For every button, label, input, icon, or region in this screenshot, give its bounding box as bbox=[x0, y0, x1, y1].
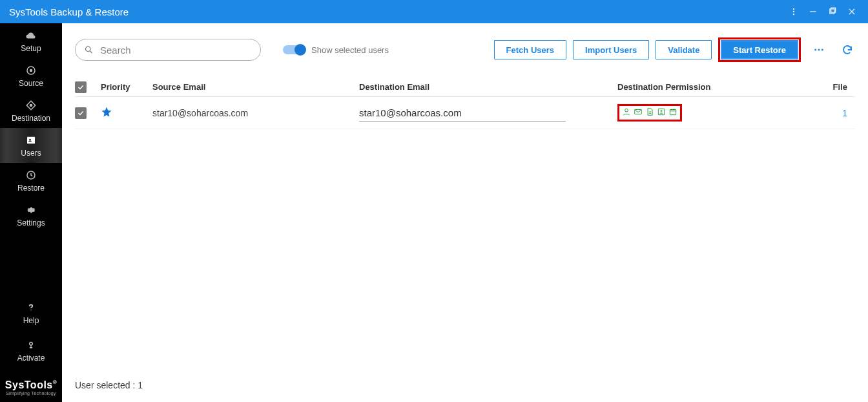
sidebar-item-users[interactable]: Users bbox=[0, 128, 62, 163]
app-title: SysTools Backup & Restore bbox=[9, 6, 129, 17]
header-permission: Destination Permission bbox=[617, 82, 779, 92]
cloud-icon bbox=[25, 30, 37, 41]
start-restore-highlight: Start Restore bbox=[718, 37, 801, 62]
maximize-icon[interactable] bbox=[823, 0, 842, 23]
svg-rect-11 bbox=[27, 137, 35, 144]
card-icon bbox=[25, 134, 37, 146]
sidebar-item-label: Users bbox=[21, 149, 41, 158]
svg-point-2 bbox=[793, 14, 794, 15]
brand-logo: SysTools® Simplifying Technology bbox=[5, 379, 57, 396]
select-all-checkbox[interactable] bbox=[75, 81, 87, 93]
svg-point-19 bbox=[814, 49, 816, 51]
svg-point-0 bbox=[793, 8, 794, 10]
destination-email-input[interactable] bbox=[359, 105, 566, 122]
svg-point-15 bbox=[30, 310, 32, 311]
svg-rect-4 bbox=[830, 9, 834, 14]
gear-icon bbox=[25, 204, 37, 216]
permission-calendar-icon bbox=[668, 107, 677, 118]
svg-rect-13 bbox=[28, 142, 32, 143]
key-icon bbox=[25, 339, 37, 351]
diamond-icon bbox=[25, 100, 37, 111]
fetch-users-button[interactable]: Fetch Users bbox=[494, 40, 566, 59]
svg-point-21 bbox=[822, 49, 823, 51]
svg-point-16 bbox=[30, 343, 33, 346]
header-destination: Destination Email bbox=[359, 82, 617, 92]
target-icon bbox=[25, 65, 37, 76]
sidebar-item-label: Settings bbox=[17, 218, 45, 227]
table-row: star10@soharcoas.com bbox=[75, 97, 855, 129]
search-field-wrap bbox=[75, 39, 261, 61]
show-selected-toggle[interactable] bbox=[283, 45, 305, 54]
sidebar-item-label: Source bbox=[19, 79, 43, 88]
permission-id-icon bbox=[657, 107, 666, 118]
permission-document-icon bbox=[645, 107, 654, 118]
titlebar-menu-icon[interactable] bbox=[784, 0, 803, 23]
status-text: User selected : 1 bbox=[75, 380, 143, 390]
svg-point-9 bbox=[30, 70, 32, 72]
sidebar-item-label: Restore bbox=[17, 184, 45, 193]
close-icon[interactable] bbox=[842, 0, 862, 23]
svg-point-25 bbox=[661, 111, 662, 112]
clock-icon bbox=[25, 169, 37, 181]
sidebar-item-activate[interactable]: Activate bbox=[0, 339, 62, 368]
svg-point-17 bbox=[86, 47, 91, 52]
start-restore-button[interactable]: Start Restore bbox=[721, 40, 798, 59]
sidebar-item-label: Destination bbox=[12, 114, 50, 123]
svg-point-1 bbox=[793, 11, 794, 12]
permission-highlight bbox=[617, 104, 682, 122]
sidebar-item-restore[interactable]: Restore bbox=[0, 163, 62, 198]
validate-button[interactable]: Validate bbox=[656, 40, 712, 59]
users-table: Priority Source Email Destination Email … bbox=[62, 78, 868, 129]
svg-point-10 bbox=[30, 105, 32, 107]
sidebar-item-destination[interactable]: Destination bbox=[0, 93, 62, 128]
sidebar: Setup Source Destination Users Restore bbox=[0, 23, 62, 402]
minimize-icon[interactable] bbox=[803, 0, 823, 23]
svg-point-12 bbox=[29, 139, 31, 141]
help-icon bbox=[25, 302, 37, 313]
sidebar-item-help[interactable]: Help bbox=[0, 295, 62, 330]
import-users-button[interactable]: Import Users bbox=[573, 40, 649, 59]
svg-point-20 bbox=[818, 49, 820, 51]
permission-mail-icon bbox=[634, 107, 643, 118]
table-header: Priority Source Email Destination Email … bbox=[75, 78, 855, 97]
titlebar: SysTools Backup & Restore bbox=[0, 0, 868, 23]
row-checkbox[interactable] bbox=[75, 107, 87, 119]
toolbar: Show selected users Fetch Users Import U… bbox=[62, 23, 868, 62]
main-panel: Show selected users Fetch Users Import U… bbox=[62, 23, 868, 402]
svg-line-18 bbox=[90, 51, 92, 53]
priority-star-icon[interactable] bbox=[101, 109, 112, 120]
svg-point-22 bbox=[625, 109, 628, 112]
svg-rect-5 bbox=[831, 8, 836, 12]
svg-rect-23 bbox=[635, 110, 642, 114]
sidebar-item-setup[interactable]: Setup bbox=[0, 23, 62, 58]
search-icon bbox=[84, 45, 94, 55]
refresh-icon[interactable] bbox=[840, 44, 855, 56]
sidebar-item-label: Activate bbox=[17, 354, 45, 363]
svg-rect-3 bbox=[810, 11, 816, 12]
sidebar-item-label: Setup bbox=[21, 44, 41, 53]
header-file: File bbox=[779, 82, 855, 92]
search-input[interactable] bbox=[75, 39, 261, 61]
svg-rect-26 bbox=[670, 110, 676, 115]
header-source: Source Email bbox=[152, 82, 359, 92]
header-priority: Priority bbox=[101, 82, 152, 92]
toggle-label: Show selected users bbox=[311, 45, 389, 55]
more-icon[interactable] bbox=[811, 44, 827, 56]
source-email-cell: star10@soharcoas.com bbox=[152, 108, 359, 118]
sidebar-item-label: Help bbox=[23, 316, 39, 325]
sidebar-item-source[interactable]: Source bbox=[0, 58, 62, 93]
sidebar-item-settings[interactable]: Settings bbox=[0, 198, 62, 233]
file-count[interactable]: 1 bbox=[842, 108, 847, 118]
permission-contacts-icon bbox=[622, 107, 631, 118]
